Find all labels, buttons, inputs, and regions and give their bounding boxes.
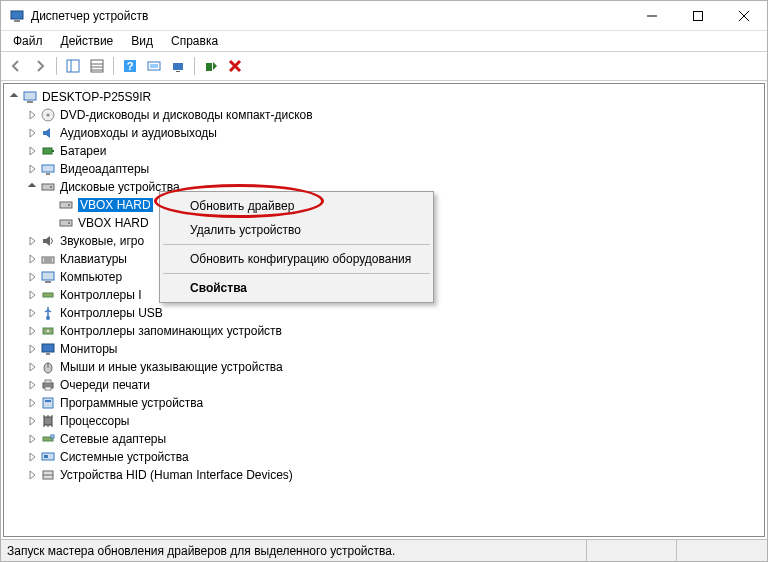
expand-icon[interactable]	[26, 109, 38, 121]
tree-item-mouse[interactable]: Мыши и иные указывающие устройства	[4, 358, 764, 376]
svg-rect-54	[45, 400, 51, 402]
storage-controller-icon	[40, 323, 56, 339]
ctx-separator	[163, 244, 430, 245]
tree-item-print[interactable]: Очереди печати	[4, 376, 764, 394]
expand-icon[interactable]	[26, 361, 38, 373]
expand-icon[interactable]	[26, 271, 38, 283]
show-hide-tree-button[interactable]	[62, 55, 84, 77]
expand-icon[interactable]	[26, 379, 38, 391]
tree-item-label: Устройства HID (Human Interface Devices)	[60, 468, 293, 482]
ctx-properties[interactable]: Свойства	[162, 276, 431, 300]
svg-rect-16	[173, 63, 183, 70]
svg-rect-15	[150, 64, 158, 68]
scan-hardware-button[interactable]	[143, 55, 165, 77]
tree-item-audio[interactable]: Аудиовходы и аудиовыходы	[4, 124, 764, 142]
tree-item-usb[interactable]: Контроллеры USB	[4, 304, 764, 322]
svg-rect-55	[44, 417, 52, 425]
enable-device-button[interactable]	[200, 55, 222, 77]
tree-root-label: DESKTOP-P25S9IR	[42, 90, 151, 104]
collapse-icon[interactable]	[8, 91, 20, 103]
tree-item-label: Очереди печати	[60, 378, 150, 392]
ctx-remove-device[interactable]: Удалить устройство	[162, 218, 431, 242]
battery-icon	[40, 143, 56, 159]
tree-item-cpu[interactable]: Процессоры	[4, 412, 764, 430]
expand-icon[interactable]	[26, 307, 38, 319]
expand-icon[interactable]	[26, 415, 38, 427]
svg-rect-29	[42, 184, 54, 190]
tree-root[interactable]: DESKTOP-P25S9IR	[4, 88, 764, 106]
tree-item-software[interactable]: Программные устройства	[4, 394, 764, 412]
expand-icon[interactable]	[26, 163, 38, 175]
svg-rect-0	[11, 11, 23, 19]
svg-text:?: ?	[127, 60, 134, 72]
tree-item-video[interactable]: Видеоадаптеры	[4, 160, 764, 178]
expand-icon[interactable]	[26, 235, 38, 247]
expand-icon[interactable]	[26, 253, 38, 265]
minimize-button[interactable]	[629, 1, 675, 31]
ctx-separator	[163, 273, 430, 274]
svg-rect-53	[43, 398, 53, 408]
expand-icon[interactable]	[26, 325, 38, 337]
toolbar: ?	[1, 51, 767, 81]
expand-icon[interactable]	[26, 433, 38, 445]
window-title: Диспетчер устройств	[31, 9, 629, 23]
device-tree[interactable]: DESKTOP-P25S9IR DVD-дисководы и дисковод…	[3, 83, 765, 537]
svg-rect-33	[60, 220, 72, 226]
expand-icon[interactable]	[26, 451, 38, 463]
status-text: Запуск мастера обновления драйверов для …	[1, 540, 587, 561]
app-icon	[9, 8, 25, 24]
network-adapter-icon	[40, 431, 56, 447]
expand-icon[interactable]	[26, 343, 38, 355]
svg-rect-47	[46, 353, 50, 355]
tree-item-monitor[interactable]: Мониторы	[4, 340, 764, 358]
svg-point-34	[68, 222, 70, 224]
tree-item-label: Мыши и иные указывающие устройства	[60, 360, 283, 374]
svg-rect-63	[51, 435, 54, 438]
tree-item-label: Батареи	[60, 144, 106, 158]
tree-item-label: Клавиатуры	[60, 252, 127, 266]
properties-button[interactable]	[86, 55, 108, 77]
expand-icon[interactable]	[26, 397, 38, 409]
svg-rect-52	[45, 387, 51, 390]
svg-rect-17	[176, 71, 180, 72]
system-device-icon	[40, 449, 56, 465]
processor-icon	[40, 413, 56, 429]
help-button[interactable]: ?	[119, 55, 141, 77]
tree-item-battery[interactable]: Батареи	[4, 142, 764, 160]
computer-icon	[40, 269, 56, 285]
tree-item-label: VBOX HARD	[78, 198, 153, 212]
tree-item-storage[interactable]: Контроллеры запоминающих устройств	[4, 322, 764, 340]
menu-file[interactable]: Файл	[5, 32, 51, 50]
menu-help[interactable]: Справка	[163, 32, 226, 50]
tree-item-system[interactable]: Системные устройства	[4, 448, 764, 466]
controller-icon	[40, 287, 56, 303]
display-adapter-icon	[40, 161, 56, 177]
svg-rect-6	[67, 60, 79, 72]
disk-drive-icon	[40, 179, 56, 195]
svg-rect-28	[46, 173, 50, 175]
menu-view[interactable]: Вид	[123, 32, 161, 50]
uninstall-device-button[interactable]	[224, 55, 246, 77]
ctx-rescan-hardware[interactable]: Обновить конфигурацию оборудования	[162, 247, 431, 271]
expand-icon[interactable]	[26, 145, 38, 157]
title-bar: Диспетчер устройств	[1, 1, 767, 31]
svg-rect-21	[24, 92, 36, 100]
disk-drive-icon	[58, 197, 74, 213]
collapse-icon[interactable]	[26, 181, 38, 193]
ctx-update-driver[interactable]: Обновить драйвер	[162, 194, 431, 218]
forward-button[interactable]	[29, 55, 51, 77]
tree-item-hid[interactable]: Устройства HID (Human Interface Devices)	[4, 466, 764, 484]
svg-rect-39	[45, 281, 51, 283]
update-driver-button[interactable]	[167, 55, 189, 77]
menu-action[interactable]: Действие	[53, 32, 122, 50]
close-button[interactable]	[721, 1, 767, 31]
maximize-button[interactable]	[675, 1, 721, 31]
tree-item-net[interactable]: Сетевые адаптеры	[4, 430, 764, 448]
svg-rect-46	[42, 344, 54, 352]
expand-icon[interactable]	[26, 289, 38, 301]
expand-icon[interactable]	[26, 127, 38, 139]
monitor-icon	[40, 341, 56, 357]
expand-icon[interactable]	[26, 469, 38, 481]
back-button[interactable]	[5, 55, 27, 77]
tree-item-dvd[interactable]: DVD-дисководы и дисководы компакт-дисков	[4, 106, 764, 124]
